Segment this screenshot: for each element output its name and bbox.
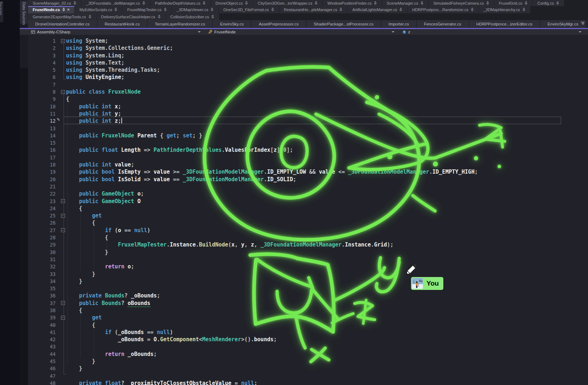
code-line-27[interactable]: 27− if (o == null) [28, 227, 588, 234]
pin-icon[interactable] [164, 8, 167, 11]
pin-icon[interactable] [158, 15, 161, 19]
code-line-34[interactable]: 34 } [28, 278, 588, 285]
tab-Config.cs[interactable]: Config.cs [533, 0, 564, 6]
code-line-22[interactable]: 22 public GameObject o; [28, 190, 588, 197]
pin-icon[interactable] [522, 8, 526, 11]
pin-icon[interactable] [271, 8, 274, 11]
code-line-43[interactable]: 43 [28, 343, 588, 350]
tab-SceneManager_02.cs[interactable]: SceneManager_02.cs [28, 0, 81, 6]
code-line-16[interactable]: 16 public float Length => PathfinderDept… [28, 146, 588, 154]
fold-toggle[interactable]: − [61, 39, 65, 43]
tab-DroneObject.cs[interactable]: DroneObject.cs [211, 0, 253, 6]
tab-PathfinderDepthValues.cs[interactable]: PathfinderDepthValues.cs [150, 0, 210, 6]
tab-EnviroSkyMgr.cs[interactable]: EnviroSkyMgr.cs [540, 20, 585, 28]
code-line-46[interactable]: 46 } [28, 365, 588, 372]
code-line-47[interactable]: 47 [28, 372, 588, 380]
code-line-31[interactable]: 31 [28, 256, 588, 263]
code-line-37[interactable]: 37− public Bounds? oBounds [28, 300, 588, 307]
toolwindow-tab-clipped[interactable]: Data Sources [0, 1, 3, 22]
fold-toggle[interactable]: − [61, 301, 65, 305]
pin-icon[interactable] [62, 8, 65, 11]
code-line-5[interactable]: 5using System.Threading.Tasks; [28, 66, 588, 74]
tab-DeliverySurfaceClassHelper.cs[interactable]: DeliverySurfaceClassHelper.cs [97, 13, 165, 20]
code-line-4[interactable]: 4using System.Text; [28, 59, 588, 66]
fold-toggle[interactable]: − [61, 90, 65, 94]
code-line-6[interactable]: 6using UnityEngine; [28, 74, 588, 81]
tab-OneSec3D_FileFormat.cs[interactable]: OneSec3D_FileFormat.cs [219, 6, 279, 13]
code-line-44[interactable]: 44 return _oBounds; [28, 351, 588, 358]
tab-DroneOrientationController.cs[interactable]: DroneOrientationController.cs [28, 20, 97, 28]
pin-icon[interactable] [73, 1, 76, 5]
code-line-3[interactable]: 3using System.Linq; [28, 52, 588, 59]
tab-CityGen3DGen...torWrapper.cs[interactable]: CityGen3DGen...torWrapper.cs [253, 0, 322, 6]
tab-ArtificialLightsManager.cs[interactable]: ArtificialLightsManager.cs [347, 6, 407, 13]
close-icon[interactable]: ✕ [67, 8, 70, 11]
fold-toggle[interactable]: − [61, 316, 65, 320]
code-line-25[interactable]: 25− get [28, 212, 588, 219]
tab-SimulatedFisheyeCamera.cs[interactable]: SimulatedFisheyeCamera.cs [429, 0, 494, 6]
pin-icon[interactable] [524, 1, 528, 5]
tab-FruxelMapTester.cs[interactable]: FruxelMapTester.cs [122, 6, 171, 13]
code-line-18[interactable]: 18 public int value; [28, 161, 588, 168]
code-line-13[interactable]: 13 [28, 125, 588, 132]
code-line-19[interactable]: 19 public bool IsEmpty => value >= _3DFo… [28, 168, 588, 175]
tab-_3DMapViewer.cs[interactable]: _3DMapViewer.cs [172, 6, 218, 13]
project-dropdown[interactable]: Assembly-CSharp [20, 29, 204, 35]
code-line-42[interactable]: 42 _oBounds = O.GetComponent<MeshRendere… [28, 336, 588, 343]
tab-FruxelNode.cs[interactable]: FruxelNode.cs✕ [28, 6, 74, 13]
tab-ShaderPackage...stProcessor.cs[interactable]: ShaderPackage...stProcessor.cs [307, 20, 381, 28]
code-line-2[interactable]: 2using System.Collections.Generic; [28, 44, 588, 52]
pin-icon[interactable] [420, 1, 424, 5]
code-line-9[interactable]: 9{ [28, 95, 588, 103]
pin-icon[interactable] [88, 15, 92, 19]
code-line-11[interactable]: 11 public int y; [28, 110, 588, 117]
tab-_3DMapHierarchy.cs[interactable]: _3DMapHierarchy.cs [479, 6, 530, 13]
code-line-20[interactable]: 20 public bool IsSolid => value == _3DFo… [28, 176, 588, 183]
code-line-41[interactable]: 41 if (_oBounds == null) [28, 329, 588, 336]
code-line-8[interactable]: 8−public class FruxelNode [28, 88, 588, 95]
pin-icon[interactable] [210, 8, 214, 11]
code-line-38[interactable]: 38 { [28, 307, 588, 314]
fold-toggle[interactable]: − [61, 214, 65, 218]
pin-icon[interactable] [314, 1, 318, 5]
code-line-24[interactable]: 24 { [28, 205, 588, 212]
tab-TerrainLayerRandomizer.cs[interactable]: TerrainLayerRandomizer.cs [148, 20, 212, 28]
code-line-30[interactable]: 30 } [28, 249, 588, 256]
code-line-39[interactable]: 39− get [28, 314, 588, 321]
tab-HDRPPostproc...Randomizer.cs[interactable]: HDRPPostproc...Randomizer.cs [407, 6, 479, 13]
code-line-26[interactable]: 26 { [28, 219, 588, 226]
tab-_3DFoundatio...delManager.cs[interactable]: _3DFoundatio...delManager.cs [81, 0, 150, 6]
pin-icon[interactable] [471, 8, 474, 11]
data-sources-vertical-tab[interactable]: Data Sources [20, 1, 28, 24]
code-line-15[interactable]: 15 [28, 139, 588, 146]
pin-icon[interactable] [202, 1, 206, 5]
code-editor[interactable]: 1−using System;2using System.Collections… [28, 35, 588, 385]
code-line-35[interactable]: 35 [28, 285, 588, 292]
code-line-7[interactable]: 7 [28, 81, 588, 88]
code-line-12[interactable]: 12 public int z; [28, 117, 588, 125]
tab-EnviroSky.cs[interactable]: EnviroSky.cs [213, 20, 251, 28]
pin-icon[interactable] [114, 8, 117, 11]
code-line-45[interactable]: 45 } [28, 358, 588, 365]
tab-AssetPreprocessor.cs[interactable]: AssetPreprocessor.cs [252, 20, 306, 28]
tab-RestaurantHook.cs[interactable]: RestaurantHook.cs [98, 20, 147, 28]
code-line-48[interactable]: 48 private float? _proximityToClosestObs… [28, 380, 588, 385]
pin-icon[interactable] [556, 1, 559, 5]
code-line-14[interactable]: 14 public FruxelNode Parent { get; set; … [28, 132, 588, 139]
code-line-21[interactable]: 21 [28, 183, 588, 190]
tab-HDRPPostproce...izerEditor.cs[interactable]: HDRPPostproce...izerEditor.cs [469, 20, 540, 28]
code-line-10[interactable]: 10 public int x; [28, 103, 588, 110]
tab-Generator2ExportMapTools.cs[interactable]: Generator2ExportMapTools.cs [28, 13, 96, 20]
tab-FencesGenerator.cs[interactable]: FencesGenerator.cs [417, 20, 468, 28]
pin-icon[interactable] [399, 8, 402, 11]
pin-icon[interactable] [339, 8, 342, 11]
member-dropdown[interactable]: z [397, 29, 588, 35]
code-line-29[interactable]: 29 FruxelMapTester.Instance.BuildNode(x,… [28, 241, 588, 248]
tab-SceneManager.cs[interactable]: SceneManager.cs [382, 0, 428, 6]
pin-icon[interactable] [486, 1, 489, 5]
pin-icon[interactable] [142, 1, 145, 5]
pin-icon[interactable] [245, 1, 248, 5]
code-line-40[interactable]: 40 { [28, 321, 588, 329]
code-line-23[interactable]: 23− public GameObject O [28, 198, 588, 205]
tab-MyEditorScripts.cs[interactable]: MyEditorScripts.cs [75, 6, 122, 13]
